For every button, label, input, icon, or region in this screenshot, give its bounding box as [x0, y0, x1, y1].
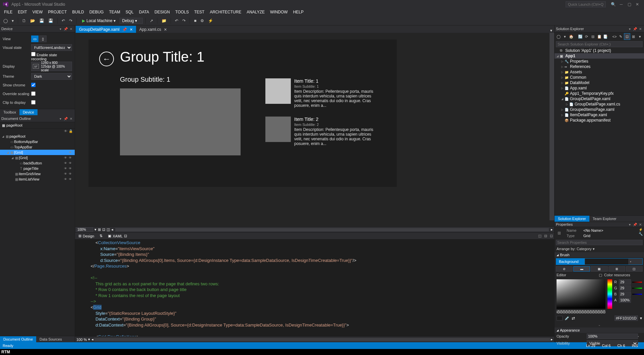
tab-xaml[interactable]: ▣XAML⊡ [105, 233, 130, 239]
run-button[interactable]: ▶ Local Machine ▾ [79, 18, 118, 24]
split-h-icon[interactable]: ◫ [537, 234, 543, 238]
eye-icon[interactable]: 👁 [64, 129, 67, 133]
solution-node[interactable]: ▷📄GroupDetailPage.xaml.cs [555, 101, 644, 107]
wrench-icon[interactable]: 🔧 [639, 232, 643, 236]
expand-icon[interactable]: ⊡ [549, 234, 554, 238]
solution-tree[interactable]: ⧉Solution 'App1' (1 project)◢▣App1▷🔧Prop… [555, 48, 644, 215]
back-icon[interactable]: ◯ [556, 33, 562, 40]
xaml-editor[interactable]: <CollectionViewSource x:Name="itemsViewS… [75, 239, 554, 336]
collapse-icon[interactable]: ⊟ [590, 33, 596, 40]
outline-node[interactable]: TpageTitle👁👁 [0, 166, 75, 171]
doc-tab[interactable]: GroupDetailPage.xaml📌✕ [76, 26, 136, 33]
solution-node[interactable]: ▷📄ItemDetailPage.xaml [555, 112, 644, 118]
nav-fwd-icon[interactable]: ▾ [10, 18, 15, 24]
lock-icon[interactable]: 🔒 [69, 129, 73, 133]
menu-data[interactable]: DATA [136, 9, 152, 16]
tab-doc-outline[interactable]: Document Outline [0, 336, 36, 342]
save-icon[interactable]: 💾 [38, 18, 46, 24]
doc-tab[interactable]: App.xaml.cs✕ [136, 26, 170, 33]
icon[interactable]: ↗ [148, 18, 154, 24]
view-portrait-button[interactable]: ▯ [39, 36, 47, 42]
search-icon[interactable]: 🔍 [609, 1, 617, 7]
menu-edit[interactable]: EDIT [15, 9, 29, 16]
solution-node[interactable]: ▷📁Assets [555, 69, 644, 75]
icon[interactable]: ⚡ [207, 18, 214, 24]
brush-category[interactable]: ◢Brush [555, 252, 644, 258]
name-value[interactable]: <No Name> [583, 228, 635, 232]
solution-node[interactable]: ◢📄GroupDetailPage.xaml [555, 96, 644, 101]
gradient-brush-tab[interactable]: ▦ [591, 266, 607, 272]
solution-node[interactable]: 📦Package.appxmanifest [555, 118, 644, 123]
chevron-down-icon[interactable]: ▾ [58, 116, 63, 121]
close-icon[interactable]: ✕ [69, 26, 73, 31]
save-all-icon[interactable]: 💾 [47, 18, 55, 24]
arrow-right-icon[interactable]: ▸ [551, 227, 553, 232]
chevron-down-icon[interactable]: ▾ [628, 259, 633, 265]
close-icon[interactable]: ✕ [638, 26, 643, 31]
minimize-icon[interactable]: ─ [617, 1, 625, 7]
override-scaling-checkbox[interactable] [31, 91, 36, 96]
properties-search-input[interactable] [556, 240, 643, 245]
solution-node[interactable]: ▷🔧Properties [555, 59, 644, 64]
color-field[interactable] [557, 279, 605, 309]
open-icon[interactable]: 📂 [29, 18, 37, 24]
step-over-icon[interactable]: ↷ [181, 18, 187, 24]
snap2-icon[interactable]: ◫ [107, 227, 110, 232]
tabs-dropdown-icon[interactable]: ▾ [548, 28, 554, 33]
chevron-down-icon[interactable]: ▾ [87, 337, 91, 342]
solution-node[interactable]: 🔑App1_TemporaryKey.pfx [555, 91, 644, 96]
fwd-icon[interactable]: ▾ [562, 33, 568, 40]
close-icon[interactable]: ✕ [638, 222, 643, 227]
scrollbar-horizontal[interactable] [115, 228, 549, 231]
enable-recording-checkbox[interactable] [31, 52, 36, 56]
tile-brush-tab[interactable]: ⊞ [608, 266, 625, 272]
scrollbar-vertical[interactable] [550, 33, 554, 220]
tab-design[interactable]: ⊞Design [75, 233, 98, 239]
chevron-down-icon[interactable]: ▾ [94, 227, 96, 232]
eyedropper-icon[interactable]: 💉 [565, 316, 570, 321]
icon[interactable]: ⚙ [199, 18, 205, 24]
icon[interactable]: 📁 [160, 18, 168, 24]
stop-icon[interactable]: ■ [193, 18, 198, 24]
menu-test[interactable]: TEST [191, 9, 207, 16]
close-icon[interactable]: ✕ [130, 27, 133, 32]
g-input[interactable] [619, 285, 631, 291]
close-icon[interactable]: ✕ [633, 1, 641, 7]
close-icon[interactable]: ✕ [69, 116, 73, 121]
show-chrome-checkbox[interactable] [31, 83, 36, 87]
view-landscape-button[interactable]: ▭ [31, 36, 39, 42]
chevron-down-icon[interactable]: ▾ [640, 316, 642, 321]
alpha-slider[interactable] [557, 310, 605, 313]
outline-node[interactable]: ◢▦pageRoot [0, 134, 75, 139]
tab-solution-explorer[interactable]: Solution Explorer [555, 216, 589, 222]
menu-view[interactable]: VIEW [30, 9, 46, 16]
expand-icon[interactable]: ⌄ [598, 323, 601, 327]
display-dropdown[interactable]: 12" 1280 x 800125dpi @ 100% scale [31, 62, 72, 71]
new-project-icon[interactable]: 🗋 [21, 18, 27, 24]
menu-debug[interactable]: DEBUG [87, 9, 107, 16]
appearance-category[interactable]: ◢Appearance [555, 328, 644, 333]
hue-slider[interactable] [607, 279, 612, 309]
theme-dropdown[interactable]: Dark [31, 73, 72, 80]
outline-tree[interactable]: ◢▦pageRoot▭BottomAppBar▭TopAppBar◢▦[Grid… [0, 134, 75, 336]
solution-node[interactable]: ◢▣App1 [555, 53, 644, 59]
expand-icon[interactable]: ▢ [597, 273, 604, 277]
sync-icon[interactable]: ⟳ [584, 33, 589, 40]
maximize-icon[interactable]: ▢ [625, 1, 633, 7]
outline-node[interactable]: ▭backButton👁👁 [0, 160, 75, 166]
menu-window[interactable]: WINDOW [267, 9, 291, 16]
b-input[interactable] [619, 291, 631, 297]
back-button[interactable]: ← [99, 52, 114, 66]
nav-back-icon[interactable]: ◯ [2, 18, 9, 24]
close-icon[interactable]: ✕ [164, 27, 167, 32]
menu-design[interactable]: DESIGN [152, 9, 173, 16]
menu-help[interactable]: HELP [291, 9, 306, 16]
arrow-left-icon[interactable]: ◂ [111, 227, 113, 232]
tab-team-explorer[interactable]: Team Explorer [589, 216, 620, 222]
quick-launch-input[interactable] [566, 1, 606, 7]
scrollbar-horizontal[interactable] [94, 338, 550, 341]
resource-brush-tab[interactable]: ◫ [626, 266, 643, 272]
outline-node[interactable]: ▭TopAppBar [0, 144, 75, 150]
undo-icon[interactable]: ↶ [60, 18, 66, 24]
menu-file[interactable]: FILE [1, 9, 15, 16]
